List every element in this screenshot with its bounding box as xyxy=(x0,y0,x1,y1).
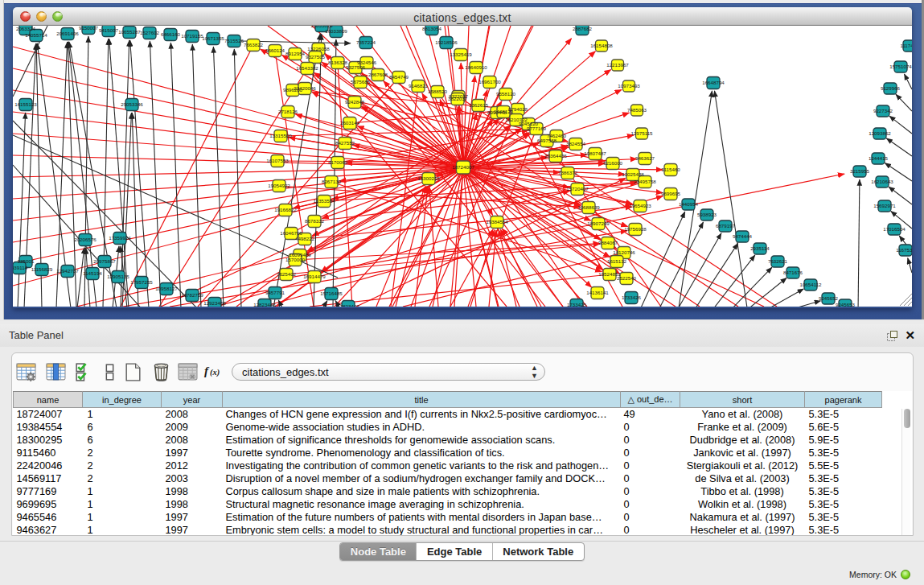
svg-text:12823447: 12823447 xyxy=(337,303,359,307)
svg-text:12975115: 12975115 xyxy=(630,130,653,136)
svg-text:9463627: 9463627 xyxy=(635,155,655,161)
svg-text:8427552: 8427552 xyxy=(335,140,355,146)
svg-text:7357224: 7357224 xyxy=(356,39,376,45)
svg-text:16782759: 16782759 xyxy=(181,292,203,298)
svg-text:9884067: 9884067 xyxy=(598,240,618,245)
svg-text:8136328: 8136328 xyxy=(328,60,348,65)
svg-text:16648794: 16648794 xyxy=(702,80,725,85)
svg-text:10655287: 10655287 xyxy=(118,29,141,35)
svg-text:19654923: 19654923 xyxy=(629,203,651,208)
svg-text:8454749: 8454749 xyxy=(389,74,409,80)
svg-text:17016504: 17016504 xyxy=(883,226,906,232)
svg-text:9558120: 9558120 xyxy=(496,91,516,97)
svg-text:8813054: 8813054 xyxy=(422,26,442,31)
svg-text:f: f xyxy=(204,365,210,377)
svg-text:935001: 935001 xyxy=(18,258,35,264)
svg-text:7632621: 7632621 xyxy=(768,258,788,264)
svg-text:15716485: 15716485 xyxy=(320,290,343,296)
svg-text:6466160: 6466160 xyxy=(161,31,181,37)
svg-text:9129966: 9129966 xyxy=(881,85,901,91)
svg-text:9474444: 9474444 xyxy=(733,233,753,239)
svg-text:1570000: 1570000 xyxy=(285,257,306,262)
svg-text:18640910: 18640910 xyxy=(465,64,487,70)
svg-text:8471676: 8471676 xyxy=(783,270,803,275)
svg-text:10688639: 10688639 xyxy=(577,204,600,210)
svg-text:16107553: 16107553 xyxy=(266,158,289,163)
svg-text:12093862: 12093862 xyxy=(869,130,891,136)
svg-text:3215955: 3215955 xyxy=(850,168,870,174)
svg-text:18120746: 18120746 xyxy=(613,249,635,255)
svg-text:1733425: 1733425 xyxy=(567,302,587,307)
svg-text:5938923: 5938923 xyxy=(697,212,717,217)
svg-text:14055714: 14055714 xyxy=(25,32,47,38)
svg-text:1733426: 1733426 xyxy=(622,295,642,300)
svg-text:7462460: 7462460 xyxy=(547,133,567,138)
svg-text:1448120: 1448120 xyxy=(494,109,514,114)
svg-text:6879197: 6879197 xyxy=(716,223,736,229)
svg-text:17957255: 17957255 xyxy=(130,279,153,285)
svg-text:7485063: 7485063 xyxy=(627,107,647,113)
svg-text:11156829: 11156829 xyxy=(31,266,53,272)
svg-text:12942737: 12942737 xyxy=(56,268,79,274)
svg-text:9660124: 9660124 xyxy=(265,47,285,53)
svg-text:9327506: 9327506 xyxy=(346,64,366,70)
svg-text:20206576: 20206576 xyxy=(74,237,97,242)
svg-text:10973493: 10973493 xyxy=(618,83,640,89)
svg-text:7625402: 7625402 xyxy=(277,271,297,277)
svg-text:13315500: 13315500 xyxy=(269,133,292,138)
svg-text:9324546: 9324546 xyxy=(357,60,377,65)
svg-text:19054922: 19054922 xyxy=(268,183,290,188)
svg-text:4498222: 4498222 xyxy=(295,236,315,241)
svg-text:20364436: 20364436 xyxy=(544,153,567,159)
svg-text:20691406: 20691406 xyxy=(56,31,79,36)
svg-text:9777169: 9777169 xyxy=(527,126,547,131)
svg-text:16210643: 16210643 xyxy=(871,179,893,184)
svg-text:28495758: 28495758 xyxy=(634,179,656,184)
svg-text:9457791: 9457791 xyxy=(265,290,285,295)
svg-text:10654112: 10654112 xyxy=(799,282,822,287)
svg-text:19166822: 19166822 xyxy=(274,207,297,212)
svg-text:1167533: 1167533 xyxy=(896,247,912,253)
svg-text:6216000: 6216000 xyxy=(603,160,623,166)
svg-text:12823446: 12823446 xyxy=(253,302,276,307)
svg-text:16961700: 16961700 xyxy=(478,79,501,84)
svg-text:2063324: 2063324 xyxy=(16,26,36,31)
svg-text:1362615: 1362615 xyxy=(469,102,489,108)
svg-text:19384554: 19384554 xyxy=(486,219,508,225)
svg-text:9150007: 9150007 xyxy=(79,26,99,31)
svg-text:12213967: 12213967 xyxy=(606,62,629,68)
svg-text:9227342: 9227342 xyxy=(873,108,893,113)
svg-text:15751074: 15751074 xyxy=(889,64,912,69)
svg-text:2718126: 2718126 xyxy=(278,109,298,114)
svg-text:16046766: 16046766 xyxy=(280,230,302,236)
svg-text:16543382: 16543382 xyxy=(296,65,318,71)
svg-text:15300215: 15300215 xyxy=(417,175,440,181)
svg-text:15692971: 15692971 xyxy=(873,203,896,208)
svg-text:8912954: 8912954 xyxy=(285,51,306,56)
svg-text:9146821: 9146821 xyxy=(409,83,429,89)
svg-text:3822037: 3822037 xyxy=(448,96,468,101)
svg-text:9415007: 9415007 xyxy=(99,27,119,33)
svg-text:939114: 939114 xyxy=(13,265,28,270)
svg-text:17359924: 17359924 xyxy=(109,235,131,241)
svg-text:2603144: 2603144 xyxy=(340,120,360,126)
svg-text:1440954: 1440954 xyxy=(679,201,699,207)
svg-text:8678332: 8678332 xyxy=(305,218,325,224)
svg-text:(x): (x) xyxy=(210,368,220,377)
svg-text:18724007: 18724007 xyxy=(452,164,474,170)
svg-text:1527602: 1527602 xyxy=(140,30,160,35)
svg-text:23420046: 23420046 xyxy=(294,85,316,91)
svg-text:9245652: 9245652 xyxy=(819,295,839,301)
svg-text:10958127: 10958127 xyxy=(155,286,178,291)
svg-text:12905135: 12905135 xyxy=(107,274,129,279)
svg-text:16033809: 16033809 xyxy=(325,28,347,34)
svg-text:11353594: 11353594 xyxy=(313,198,335,204)
svg-text:4170060: 4170060 xyxy=(328,159,348,165)
svg-text:1615132: 1615132 xyxy=(607,258,627,264)
svg-text:9327505: 9327505 xyxy=(306,54,326,60)
svg-text:2935114: 2935114 xyxy=(750,245,770,251)
svg-text:20975867: 20975867 xyxy=(93,258,116,264)
svg-text:13325419: 13325419 xyxy=(450,51,472,57)
svg-text:19218506: 19218506 xyxy=(435,39,458,45)
svg-text:14136141: 14136141 xyxy=(586,290,609,295)
